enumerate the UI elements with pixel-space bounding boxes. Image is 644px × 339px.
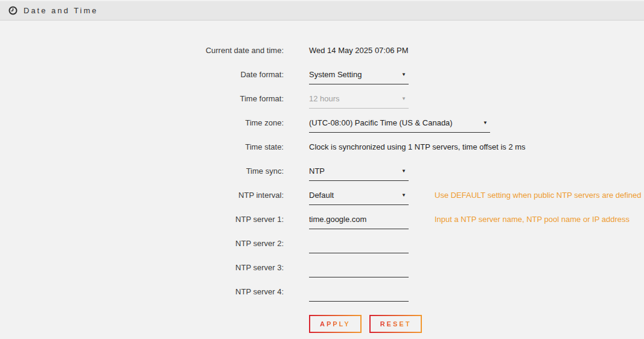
row-time-zone: Time zone: (UTC-08:00) Pacific Time (US … [0, 109, 644, 133]
row-current-datetime: Current date and time: Wed 14 May 2025 0… [0, 36, 644, 60]
time-state-label: Time state: [0, 142, 284, 157]
row-time-state: Time state: Clock is synchronized using … [0, 133, 644, 157]
caret-down-icon: ▼ [483, 121, 489, 125]
time-zone-select[interactable]: (UTC-08:00) Pacific Time (US & Canada) ▼ [309, 116, 490, 133]
ntp-server-1-input[interactable] [309, 215, 407, 224]
row-ntp-server-3: NTP server 3: [0, 253, 644, 277]
time-sync-select[interactable]: NTP ▼ [309, 164, 409, 181]
time-format-select: 12 hours ▼ [309, 92, 409, 109]
reset-button-label: RESET [380, 320, 412, 328]
ntp-server-1-hint: Input a NTP server name, NTP pool name o… [435, 215, 630, 229]
row-date-format: Date format: System Setting ▼ [0, 60, 644, 84]
ntp-server-4-field [309, 285, 409, 302]
date-format-select[interactable]: System Setting ▼ [309, 68, 409, 84]
form-actions: APPLY RESET [309, 315, 644, 333]
ntp-server-2-field [309, 236, 409, 253]
row-ntp-interval: NTP interval: Default ▼ Use DEFAULT sett… [0, 181, 644, 205]
row-ntp-server-1: NTP server 1: Input a NTP server name, N… [0, 205, 644, 229]
ntp-interval-hint: Use DEFAULT setting when public NTP serv… [435, 191, 642, 205]
time-zone-label: Time zone: [0, 118, 284, 133]
page-title: Date and Time [24, 6, 98, 15]
time-sync-label: Time sync: [0, 166, 284, 181]
ntp-server-1-field [309, 212, 409, 229]
ntp-server-2-label: NTP server 2: [0, 239, 284, 253]
ntp-server-3-input[interactable] [309, 263, 407, 272]
ntp-interval-value: Default [309, 191, 334, 200]
ntp-server-1-label: NTP server 1: [0, 215, 284, 229]
current-datetime-label: Current date and time: [0, 46, 284, 60]
time-zone-value: (UTC-08:00) Pacific Time (US & Canada) [309, 118, 453, 127]
ntp-server-4-label: NTP server 4: [0, 287, 284, 302]
current-datetime-value: Wed 14 May 2025 07:06 PM [309, 46, 409, 60]
apply-button[interactable]: APPLY [309, 315, 362, 333]
ntp-server-3-field [309, 261, 409, 277]
ntp-interval-label: NTP interval: [0, 191, 284, 205]
row-ntp-server-2: NTP server 2: [0, 229, 644, 253]
caret-down-icon: ▼ [401, 97, 407, 101]
caret-down-icon: ▼ [401, 72, 407, 77]
date-time-panel-header: Date and Time [0, 1, 644, 21]
ntp-interval-select[interactable]: Default ▼ [309, 188, 409, 205]
ntp-server-2-input[interactable] [309, 239, 407, 248]
date-time-form: Current date and time: Wed 14 May 2025 0… [0, 21, 644, 333]
time-format-value: 12 hours [309, 94, 340, 103]
caret-down-icon: ▼ [401, 193, 407, 198]
date-format-label: Date format: [0, 70, 284, 84]
reset-button[interactable]: RESET [369, 315, 422, 333]
row-time-format: Time format: 12 hours ▼ [0, 84, 644, 109]
clock-icon [8, 6, 18, 15]
ntp-server-3-label: NTP server 3: [0, 263, 284, 277]
ntp-server-4-input[interactable] [309, 287, 407, 296]
row-ntp-server-4: NTP server 4: [0, 277, 644, 302]
time-state-value: Clock is synchronized using 1 NTP server… [309, 142, 526, 157]
time-sync-value: NTP [309, 166, 325, 176]
time-format-label: Time format: [0, 94, 284, 109]
date-format-value: System Setting [309, 70, 362, 79]
apply-button-label: APPLY [320, 320, 351, 328]
caret-down-icon: ▼ [401, 169, 407, 174]
row-time-sync: Time sync: NTP ▼ [0, 157, 644, 181]
